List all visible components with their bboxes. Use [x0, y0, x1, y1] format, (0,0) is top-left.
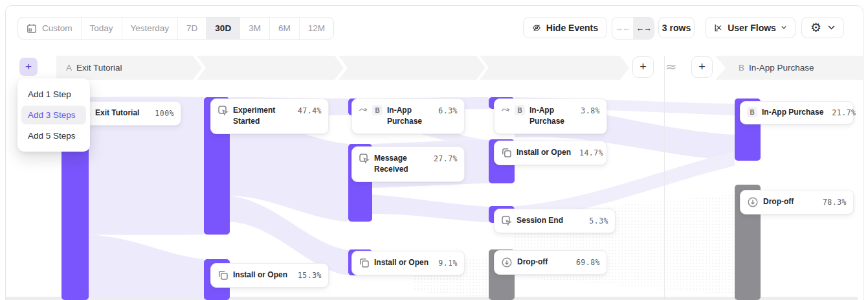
- node-percentage: 5.3%: [585, 215, 608, 227]
- date-range-30d-selected[interactable]: 30D: [206, 17, 239, 39]
- node-card-in-app-purchase-b[interactable]: B In-App Purchase 21.7%: [740, 101, 854, 124]
- approx-separator-icon: ≈: [665, 59, 677, 75]
- date-range-label: Custom: [42, 23, 72, 33]
- append-step-left-button[interactable]: +: [632, 56, 654, 78]
- step-b-badge: B: [739, 63, 744, 73]
- chart-type-dropdown[interactable]: User Flows: [705, 17, 796, 38]
- rows-button[interactable]: 3 rows: [658, 17, 695, 38]
- node-percentage: 3.8%: [577, 105, 600, 117]
- step-header-4[interactable]: [480, 56, 629, 80]
- node-card-in-app-purchase-1[interactable]: B In-App Purchase 6.3%: [351, 98, 465, 134]
- date-range-yesterday[interactable]: Yesterday: [122, 17, 178, 39]
- step-header-exit-tutorial[interactable]: AExit Tutorial: [56, 56, 202, 80]
- step-b-marker-badge: B: [515, 105, 525, 115]
- date-range-12m[interactable]: 12M: [299, 17, 333, 39]
- chevron-down-icon: [828, 25, 835, 30]
- gear-icon: ⚙: [810, 21, 821, 34]
- node-card-drop-off-2[interactable]: Drop-off 78.3%: [740, 190, 854, 214]
- prepend-step-right-button[interactable]: +: [691, 56, 713, 78]
- user-flows-chart-icon: [714, 22, 722, 34]
- click-event-icon: [359, 153, 370, 164]
- click-event-icon: [501, 215, 512, 226]
- hide-events-button[interactable]: Hide Events: [523, 17, 607, 38]
- drop-off-icon: [501, 257, 513, 268]
- node-percentage: 21.7%: [828, 107, 856, 119]
- drop-off-icon: [747, 196, 759, 208]
- add-step-button[interactable]: +: [19, 58, 38, 76]
- node-card-drop-off-1[interactable]: Drop-off 69.8%: [494, 250, 607, 275]
- node-card-install-or-open-1[interactable]: Install or Open 15.3%: [210, 263, 329, 288]
- hide-events-label: Hide Events: [546, 23, 598, 33]
- node-card-in-app-purchase-2[interactable]: B In-App Purchase 3.8%: [494, 98, 607, 134]
- node-percentage: 6.3%: [434, 105, 458, 117]
- step-a-title: Exit Tutorial: [76, 63, 122, 73]
- step-header-3[interactable]: [339, 56, 485, 80]
- milestone-arrow-icon: [501, 105, 510, 114]
- menu-item-add-1-step[interactable]: Add 1 Step: [17, 84, 90, 104]
- node-card-install-or-open-3[interactable]: Install or Open 14.7%: [494, 141, 607, 165]
- date-range-control: Custom Today Yesterday 7D 30D 3M 6M 12M: [17, 17, 334, 40]
- node-card-message-received[interactable]: Message Received 27.7%: [351, 146, 465, 182]
- milestone-arrow-icon: [359, 105, 368, 114]
- node-card-session-end[interactable]: Session End 5.3%: [494, 209, 616, 233]
- step-b-marker-badge: B: [747, 107, 757, 117]
- rows-label: 3 rows: [662, 23, 691, 33]
- add-step-menu: Add 1 Step Add 3 Steps Add 5 Steps: [17, 78, 90, 152]
- node-percentage: 14.7%: [575, 147, 603, 159]
- node-percentage: 78.3%: [819, 196, 847, 208]
- node-percentage: 47.4%: [294, 105, 322, 117]
- copy-event-icon: [359, 257, 370, 268]
- node-card-experiment-started[interactable]: Experiment Started 47.4%: [210, 98, 329, 134]
- date-range-3m[interactable]: 3M: [239, 17, 269, 39]
- chart-type-label: User Flows: [728, 23, 776, 33]
- node-percentage: 9.1%: [434, 257, 458, 269]
- node-percentage: 27.7%: [430, 153, 458, 165]
- node-percentage: 69.8%: [572, 257, 600, 268]
- settings-dropdown[interactable]: ⚙: [801, 17, 844, 38]
- menu-item-add-5-steps[interactable]: Add 5 Steps: [17, 126, 90, 146]
- date-range-7d[interactable]: 7D: [177, 17, 206, 39]
- step-b-marker-badge: B: [372, 105, 383, 115]
- date-range-today[interactable]: Today: [81, 17, 122, 39]
- eye-off-icon: [532, 22, 541, 34]
- bottom-scroll-strip: [6, 297, 858, 300]
- node-percentage: 15.3%: [294, 270, 322, 281]
- collapse-columns-button[interactable]: →←: [612, 17, 634, 39]
- click-event-icon: [217, 105, 228, 116]
- node-card-install-or-open-2[interactable]: Install or Open 9.1%: [351, 251, 465, 275]
- chevron-down-icon: [781, 25, 786, 30]
- step-header-in-app-purchase[interactable]: BIn-App Purchase: [715, 56, 863, 80]
- menu-item-add-3-steps[interactable]: Add 3 Steps: [21, 106, 86, 124]
- node-percentage: 100%: [151, 108, 174, 119]
- date-range-6m[interactable]: 6M: [269, 17, 299, 39]
- user-flows-chart-page: Custom Today Yesterday 7D 30D 3M 6M 12M …: [0, 0, 868, 300]
- step-a-badge: A: [66, 63, 72, 73]
- collapse-expand-control: →← ←→: [612, 17, 654, 40]
- panel-divider-line: [664, 56, 665, 300]
- step-header-2[interactable]: [197, 56, 344, 80]
- expand-columns-button[interactable]: ←→: [634, 17, 654, 39]
- copy-event-icon: [501, 147, 512, 158]
- copy-event-icon: [217, 270, 228, 281]
- step-b-title: In-App Purchase: [749, 63, 814, 73]
- calendar-icon: [27, 23, 37, 34]
- date-range-custom[interactable]: Custom: [18, 17, 81, 39]
